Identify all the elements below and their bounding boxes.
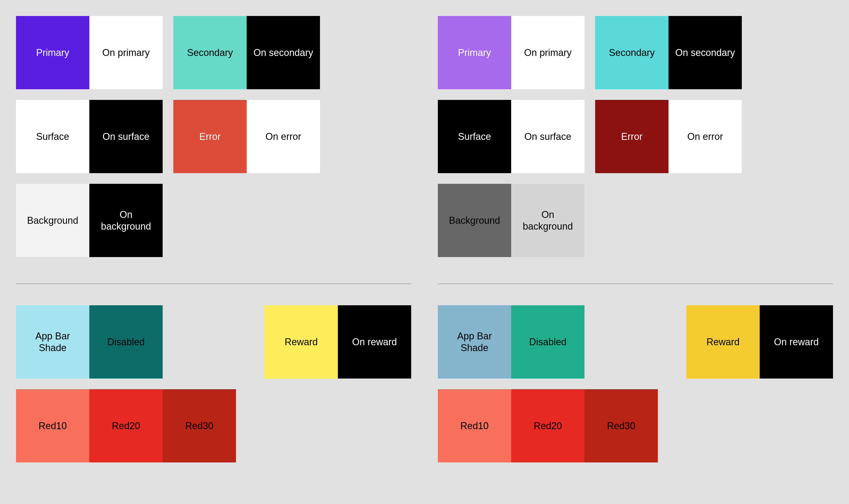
swatch-on-primary: On primary xyxy=(511,16,585,89)
pair-surface: Surface On surface xyxy=(16,100,163,173)
swatch-surface: Surface xyxy=(438,100,511,173)
row-primary-secondary: Primary On primary Secondary On secondar… xyxy=(16,16,411,89)
pair-background: Background On background xyxy=(438,184,585,257)
pair-error: Error On error xyxy=(173,100,320,173)
row-surface-error: Surface On surface Error On error xyxy=(16,100,411,173)
swatch-error: Error xyxy=(173,100,247,173)
pair-reward: Reward On reward xyxy=(264,305,411,379)
pair-error: Error On error xyxy=(595,100,742,173)
swatch-on-error: On error xyxy=(669,100,742,173)
swatch-disabled: Disabled xyxy=(511,305,585,379)
row-appbar-reward: App Bar Shade Disabled Reward On reward xyxy=(16,305,411,379)
swatch-app-bar-shade: App Bar Shade xyxy=(16,305,89,379)
palette-columns: Primary On primary Secondary On secondar… xyxy=(16,16,833,463)
swatch-on-secondary: On secondary xyxy=(247,16,320,89)
swatch-background: Background xyxy=(438,184,511,257)
swatch-background: Background xyxy=(16,184,89,257)
swatch-on-surface: On surface xyxy=(511,100,585,173)
pair-secondary: Secondary On secondary xyxy=(595,16,742,89)
palette-left: Primary On primary Secondary On secondar… xyxy=(16,16,411,463)
pair-reward: Reward On reward xyxy=(686,305,833,379)
pair-appbar-disabled: App Bar Shade Disabled xyxy=(438,305,585,379)
row-background: Background On background xyxy=(16,184,411,257)
swatch-red30: Red30 xyxy=(163,389,236,463)
swatch-red20: Red20 xyxy=(511,389,585,463)
row-primary-secondary: Primary On primary Secondary On secondar… xyxy=(438,16,833,89)
swatch-red10: Red10 xyxy=(438,389,511,463)
row-surface-error: Surface On surface Error On error xyxy=(438,100,833,173)
pair-primary: Primary On primary xyxy=(438,16,585,89)
swatch-on-background: On background xyxy=(511,184,585,257)
row-appbar-reward: App Bar Shade Disabled Reward On reward xyxy=(438,305,833,379)
row-reds: Red10 Red20 Red30 xyxy=(438,389,833,463)
row-background: Background On background xyxy=(438,184,833,257)
pair-primary: Primary On primary xyxy=(16,16,163,89)
swatch-on-background: On background xyxy=(89,184,163,257)
swatch-on-primary: On primary xyxy=(89,16,163,89)
palette-right: Primary On primary Secondary On secondar… xyxy=(438,16,833,463)
swatch-reward: Reward xyxy=(264,305,338,379)
swatch-surface: Surface xyxy=(16,100,89,173)
swatch-red10: Red10 xyxy=(16,389,89,463)
swatch-on-surface: On surface xyxy=(89,100,163,173)
row-reds: Red10 Red20 Red30 xyxy=(16,389,411,463)
pair-background: Background On background xyxy=(16,184,163,257)
pair-secondary: Secondary On secondary xyxy=(173,16,320,89)
swatch-disabled: Disabled xyxy=(89,305,163,379)
swatch-on-reward: On reward xyxy=(760,305,833,379)
swatch-secondary: Secondary xyxy=(595,16,669,89)
swatch-primary: Primary xyxy=(16,16,89,89)
pair-appbar-disabled: App Bar Shade Disabled xyxy=(16,305,163,379)
swatch-on-error: On error xyxy=(247,100,320,173)
pair-surface: Surface On surface xyxy=(438,100,585,173)
swatch-primary: Primary xyxy=(438,16,511,89)
swatch-on-secondary: On secondary xyxy=(669,16,742,89)
swatch-on-reward: On reward xyxy=(338,305,411,379)
swatch-reward: Reward xyxy=(686,305,760,379)
section-divider xyxy=(16,284,411,284)
swatch-red30: Red30 xyxy=(585,389,658,463)
swatch-error: Error xyxy=(595,100,669,173)
swatch-secondary: Secondary xyxy=(173,16,247,89)
swatch-app-bar-shade: App Bar Shade xyxy=(438,305,511,379)
section-divider xyxy=(438,284,833,284)
swatch-red20: Red20 xyxy=(89,389,163,463)
